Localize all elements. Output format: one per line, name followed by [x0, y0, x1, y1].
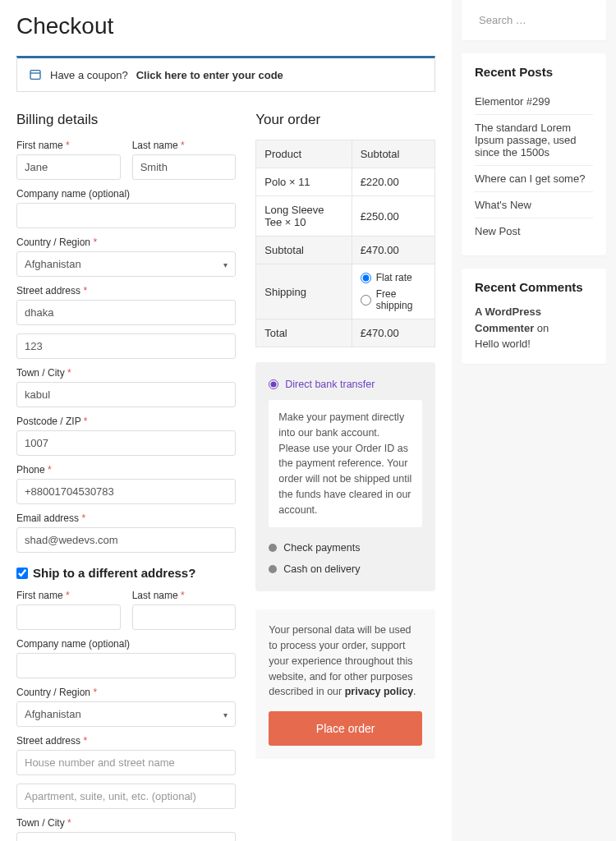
recent-comments-heading: Recent Comments [475, 280, 593, 294]
comment-author: A WordPress Commenter [475, 306, 541, 334]
ship-flat-option[interactable]: Flat rate [361, 272, 426, 283]
col-product: Product [256, 140, 352, 168]
billing-street2-input[interactable] [16, 333, 236, 359]
subtotal-value: £470.00 [352, 237, 434, 264]
comment-item[interactable]: A WordPress Commenter on Hello world! [475, 304, 593, 352]
list-item[interactable]: Elementor #299 [475, 89, 593, 115]
company-label: Company name (optional) [16, 188, 236, 200]
coupon-prompt: Have a coupon? [50, 69, 128, 81]
ship-different-toggle[interactable]: Ship to a different address? [16, 566, 236, 580]
ship-town-label: Town / City * [16, 817, 236, 829]
privacy-link[interactable]: privacy policy [345, 686, 413, 697]
ship-company-label: Company name (optional) [16, 638, 236, 650]
billing-last-name-input[interactable] [132, 154, 237, 180]
ship-flat-radio[interactable] [361, 273, 371, 283]
ship-different-label: Ship to a different address? [33, 566, 195, 580]
coupon-link[interactable]: Click here to enter your code [136, 69, 283, 81]
first-name-label: First name * [16, 140, 121, 151]
billing-email-input[interactable] [16, 527, 236, 553]
search-widget [462, 0, 606, 40]
billing-phone-input[interactable] [16, 479, 236, 504]
ship-different-checkbox[interactable] [16, 568, 28, 579]
ship-street2-input[interactable] [16, 784, 236, 809]
town-label: Town / City * [16, 367, 236, 379]
ship-first-name-label: First name * [16, 590, 121, 601]
country-label: Country / Region * [16, 237, 236, 248]
billing-heading: Billing details [16, 112, 236, 128]
payment-bank-radio[interactable] [269, 379, 278, 389]
phone-label: Phone * [16, 464, 236, 476]
recent-comments-widget: Recent Comments A WordPress Commenter on… [462, 269, 606, 364]
ship-last-name-input[interactable] [132, 604, 237, 630]
ship-country-select[interactable]: Afghanistan [16, 701, 236, 727]
ship-free-radio[interactable] [361, 295, 371, 306]
list-item[interactable]: New Post [475, 218, 593, 244]
radio-icon [269, 544, 277, 552]
billing-postcode-input[interactable] [16, 430, 236, 456]
postcode-label: Postcode / ZIP * [16, 416, 236, 427]
list-item[interactable]: The standard Lorem Ipsum passage, used s… [475, 115, 593, 166]
coupon-icon [29, 68, 42, 81]
list-item[interactable]: Where can I get some? [475, 166, 593, 192]
ship-last-name-label: Last name * [132, 590, 237, 601]
total-value: £470.00 [352, 319, 434, 347]
ship-street-label: Street address * [16, 735, 236, 747]
subtotal-label: Subtotal [256, 237, 352, 264]
order-table: Product Subtotal Polo × 11 £220.00 Long … [255, 140, 435, 347]
svg-rect-0 [30, 71, 40, 80]
shipping-label: Shipping [256, 264, 352, 319]
privacy-box: Your personal data will be used to proce… [255, 609, 435, 759]
email-label: Email address * [16, 512, 236, 524]
payment-bank-desc: Make your payment directly into our bank… [269, 400, 422, 527]
total-label: Total [256, 319, 352, 347]
ship-company-input[interactable] [16, 653, 236, 678]
street-label: Street address * [16, 285, 236, 296]
recent-posts-heading: Recent Posts [475, 65, 593, 79]
coupon-notice[interactable]: Have a coupon? Click here to enter your … [16, 56, 435, 92]
payment-cod[interactable]: Cash on delivery [269, 558, 422, 580]
payment-check[interactable]: Check payments [269, 537, 422, 558]
order-heading: Your order [255, 112, 435, 128]
ship-first-name-input[interactable] [16, 604, 121, 630]
page-title: Checkout [16, 13, 435, 39]
table-row: Long Sleeve Tee × 10 £250.00 [256, 196, 435, 237]
billing-country-select[interactable]: Afghanistan [16, 251, 236, 277]
billing-town-input[interactable] [16, 382, 236, 407]
billing-company-input[interactable] [16, 203, 236, 228]
table-row: Polo × 11 £220.00 [256, 168, 435, 196]
payment-bank[interactable]: Direct bank transfer [269, 374, 422, 395]
place-order-button[interactable]: Place order [269, 711, 422, 746]
ship-country-label: Country / Region * [16, 687, 236, 698]
payment-methods: Direct bank transfer Make your payment d… [255, 362, 435, 591]
ship-free-option[interactable]: Free shipping [361, 288, 426, 311]
comment-post: Hello world! [475, 338, 531, 350]
ship-street1-input[interactable] [16, 750, 236, 775]
recent-posts-widget: Recent Posts Elementor #299 The standard… [462, 53, 606, 255]
col-subtotal: Subtotal [352, 140, 434, 168]
last-name-label: Last name * [132, 140, 237, 151]
search-input[interactable] [471, 8, 596, 32]
radio-icon [269, 565, 277, 573]
list-item[interactable]: What's New [475, 192, 593, 218]
ship-town-input[interactable] [16, 832, 236, 841]
billing-street1-input[interactable] [16, 300, 236, 325]
billing-first-name-input[interactable] [16, 154, 121, 180]
